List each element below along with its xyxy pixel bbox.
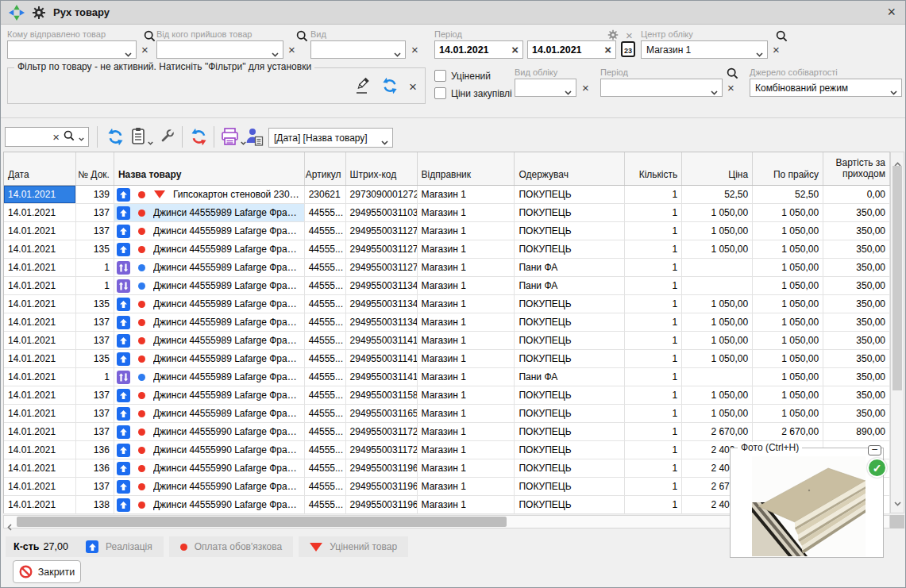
cell-sender[interactable]: Магазин 1	[418, 259, 515, 276]
cell-doc-number[interactable]: 137	[76, 386, 114, 404]
cell-quantity[interactable]: 1	[625, 496, 682, 513]
cell-article[interactable]: 44555...	[305, 277, 346, 294]
cell-price-by-list[interactable]: 1 050,00	[753, 313, 823, 331]
edit-filter-pencil-icon[interactable]	[355, 77, 371, 98]
column-header-name[interactable]: Назва товару	[114, 152, 305, 185]
clear-filter-icon[interactable]: ×	[409, 82, 417, 93]
cell-product-name[interactable]: Джинси 44555989 Lafarge Франці...	[114, 368, 305, 386]
cell-sender[interactable]: Магазин 1	[418, 405, 515, 422]
cell-quantity[interactable]: 1	[625, 423, 682, 440]
center-select[interactable]: Магазин 1	[641, 40, 768, 59]
cell-cost-income[interactable]: 350,00	[823, 313, 890, 331]
column-header-qty[interactable]: Кількість	[625, 152, 682, 185]
cell-receiver[interactable]: Пани ФА	[515, 368, 625, 386]
cell-barcode[interactable]: 2949550031141	[346, 332, 418, 349]
cost-source-select[interactable]: Комбінований режим	[750, 79, 902, 97]
cell-article[interactable]: 44555...	[305, 405, 346, 422]
cell-price[interactable]: 52,50	[682, 186, 753, 203]
cell-date[interactable]: 14.01.2021	[4, 441, 76, 459]
cell-receiver[interactable]: ПОКУПЕЦЬ	[515, 186, 625, 203]
cell-doc-number[interactable]: 1	[76, 259, 114, 276]
cell-cost-income[interactable]: 350,00	[823, 259, 890, 276]
cell-quantity[interactable]: 1	[625, 295, 682, 313]
cell-price[interactable]: 1 050,00	[682, 405, 753, 422]
client-card-button[interactable]	[245, 127, 264, 146]
scroll-left-icon[interactable]	[7, 520, 12, 534]
calendar-icon[interactable]: 23	[621, 41, 635, 57]
reload-data-button[interactable]	[191, 129, 207, 145]
table-row[interactable]: 14.01.20211Джинси 44555989 Lafarge Франц…	[4, 259, 890, 277]
cell-cost-income[interactable]: 350,00	[823, 277, 890, 294]
cell-doc-number[interactable]: 138	[76, 496, 114, 513]
cell-barcode[interactable]: 2973090001272	[346, 186, 418, 203]
close-button[interactable]: Закрити	[13, 560, 81, 583]
cell-doc-number[interactable]: 136	[76, 459, 114, 477]
cell-quantity[interactable]: 1	[625, 386, 682, 404]
cell-receiver[interactable]: ПОКУПЕЦЬ	[515, 386, 625, 404]
cell-price[interactable]	[682, 368, 753, 386]
cell-date[interactable]: 14.01.2021	[4, 186, 76, 203]
cell-product-name[interactable]: Джинси 44555990 Lafarge Франці...	[114, 441, 305, 459]
cell-doc-number[interactable]: 1	[76, 368, 114, 386]
cell-doc-number[interactable]: 137	[76, 222, 114, 240]
date-clear-icon[interactable]: ×	[511, 44, 519, 56]
cell-date[interactable]: 14.01.2021	[4, 350, 76, 367]
cell-quantity[interactable]: 1	[625, 277, 682, 294]
discounted-checkbox[interactable]	[434, 70, 446, 82]
cell-doc-number[interactable]: 137	[76, 405, 114, 422]
cell-quantity[interactable]: 1	[625, 332, 682, 349]
cell-price[interactable]: 1 050,00	[682, 240, 753, 258]
cell-doc-number[interactable]: 139	[76, 186, 114, 203]
date-clear-icon[interactable]: ×	[604, 44, 611, 56]
cell-date[interactable]: 14.01.2021	[4, 222, 76, 240]
cell-receiver[interactable]: Пани ФА	[515, 277, 625, 294]
search-icon[interactable]	[64, 130, 75, 144]
cell-doc-number[interactable]: 1	[76, 277, 114, 294]
window-close-button[interactable]: ×	[887, 4, 896, 20]
cell-barcode[interactable]: 2949550031196	[346, 496, 418, 513]
cell-product-name[interactable]: Джинси 44555990 Lafarge Франці...	[114, 496, 305, 513]
cell-sender[interactable]: Магазин 1	[418, 222, 515, 240]
table-row[interactable]: 14.01.2021137Джинси 44555989 Lafarge Фра…	[4, 204, 890, 222]
cell-product-name[interactable]: Джинси 44555989 Lafarge Франці...	[114, 295, 305, 313]
cell-quantity[interactable]: 1	[625, 478, 682, 495]
cell-price-by-list[interactable]: 1 050,00	[753, 405, 823, 422]
kind-clear-button[interactable]: ×	[411, 44, 418, 56]
cell-receiver[interactable]: ПОКУПЕЦЬ	[515, 313, 625, 331]
cell-product-name[interactable]: Джинси 44555989 Lafarge Франці...	[114, 204, 305, 221]
cell-receiver[interactable]: ПОКУПЕЦЬ	[515, 441, 625, 459]
cell-cost-income[interactable]: 350,00	[823, 295, 890, 313]
cell-date[interactable]: 14.01.2021	[4, 368, 76, 386]
cell-receiver[interactable]: ПОКУПЕЦЬ	[515, 204, 625, 221]
cell-price-by-list[interactable]: 52,50	[753, 186, 823, 203]
cell-barcode[interactable]: 2949550031158	[346, 386, 418, 404]
cell-quantity[interactable]: 1	[625, 186, 682, 203]
cell-barcode[interactable]: 2949550031103	[346, 204, 418, 221]
sent-to-clear-button[interactable]: ×	[141, 44, 148, 56]
cell-price[interactable]: 1 050,00	[682, 204, 753, 221]
period-clear-button[interactable]: ×	[626, 30, 633, 41]
cell-product-name[interactable]: Джинси 44555990 Lafarge Франці...	[114, 478, 305, 495]
cell-barcode[interactable]: 2949550031172	[346, 441, 418, 459]
cell-date[interactable]: 14.01.2021	[4, 332, 76, 349]
cell-sender[interactable]: Магазин 1	[418, 277, 515, 294]
refresh-filter-icon[interactable]	[382, 78, 398, 97]
cell-date[interactable]: 14.01.2021	[4, 295, 76, 313]
cell-sender[interactable]: Магазин 1	[418, 423, 515, 440]
cell-article[interactable]: 44555...	[305, 478, 346, 495]
cell-sender[interactable]: Магазин 1	[418, 350, 515, 367]
cell-cost-income[interactable]: 350,00	[823, 222, 890, 240]
cell-receiver[interactable]: ПОКУПЕЦЬ	[515, 350, 625, 367]
cell-barcode[interactable]: 2949550031134	[346, 295, 418, 313]
cell-quantity[interactable]: 1	[625, 259, 682, 276]
cell-date[interactable]: 14.01.2021	[4, 496, 76, 513]
settings-wrench-button[interactable]	[158, 128, 175, 145]
cell-receiver[interactable]: ПОКУПЕЦЬ	[515, 295, 625, 313]
cell-article[interactable]: 44555...	[305, 332, 346, 349]
cell-product-name[interactable]: Джинси 44555989 Lafarge Франці...	[114, 386, 305, 404]
cell-receiver[interactable]: ПОКУПЕЦЬ	[515, 459, 625, 477]
cell-quantity[interactable]: 1	[625, 350, 682, 367]
cell-product-name[interactable]: Джинси 44555989 Lafarge Франці...	[114, 405, 305, 422]
cell-date[interactable]: 14.01.2021	[4, 204, 76, 221]
cell-article[interactable]: 44555...	[305, 295, 346, 313]
